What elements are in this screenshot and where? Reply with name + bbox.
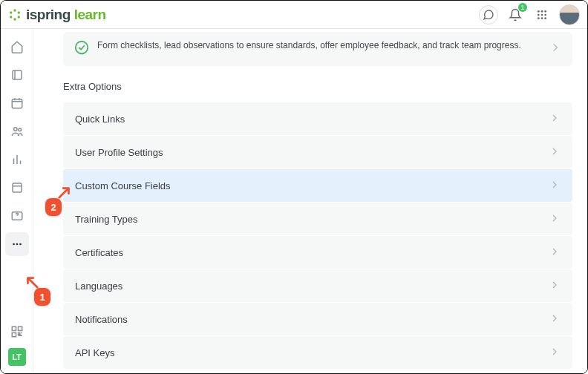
chevron-right-icon	[549, 346, 561, 360]
svg-point-23	[19, 243, 22, 246]
chevron-right-icon	[549, 312, 561, 327]
chevron-right-icon	[549, 41, 562, 57]
chevron-right-icon	[549, 179, 561, 193]
sidebar-home-icon[interactable]	[5, 35, 29, 59]
chevron-right-icon	[549, 279, 561, 293]
option-training-types[interactable]: Training Types	[63, 203, 572, 235]
option-label: Languages	[75, 280, 122, 292]
svg-point-1	[18, 11, 20, 13]
option-notifications[interactable]: Notifications	[63, 303, 572, 335]
sidebar-more-icon[interactable]	[5, 232, 29, 256]
svg-point-13	[541, 17, 543, 19]
avatar[interactable]	[559, 4, 580, 25]
section-title: Extra Options	[63, 81, 572, 92]
option-user-profile-settings[interactable]: User Profile Settings	[63, 136, 572, 168]
info-banner[interactable]: Form checklists, lead observations to en…	[63, 32, 572, 66]
chat-icon[interactable]	[479, 5, 498, 24]
option-label: Training Types	[75, 214, 138, 225]
arrow-icon	[56, 184, 73, 200]
callout-step-2: 2	[45, 198, 62, 216]
apps-grid-icon[interactable]	[532, 5, 552, 24]
option-label: Certificates	[75, 247, 123, 258]
option-label: Notifications	[75, 314, 128, 325]
svg-point-4	[10, 16, 12, 18]
option-custom-course-fields[interactable]: Custom Course Fields	[63, 169, 572, 202]
sidebar-library-icon[interactable]	[5, 176, 29, 200]
svg-point-17	[13, 128, 17, 131]
sidebar-calendar-icon[interactable]	[5, 91, 29, 115]
option-api-keys[interactable]: API Keys	[63, 336, 572, 369]
chevron-right-icon	[549, 246, 561, 260]
option-label: Quick Links	[75, 114, 125, 125]
sidebar: LT	[1, 29, 33, 373]
callout-step-1: 1	[34, 288, 50, 306]
svg-point-14	[544, 17, 546, 19]
option-label: API Keys	[75, 347, 114, 358]
main-content: Form checklists, lead observations to en…	[33, 29, 587, 373]
option-languages[interactable]: Languages	[63, 269, 572, 302]
svg-rect-26	[12, 333, 16, 337]
option-label: Custom Course Fields	[75, 180, 171, 191]
option-label: User Profile Settings	[75, 147, 163, 158]
svg-point-12	[538, 17, 540, 19]
svg-rect-25	[18, 327, 22, 330]
chevron-right-icon	[549, 112, 561, 126]
svg-point-0	[13, 9, 16, 11]
svg-point-9	[538, 13, 540, 16]
info-banner-text: Form checklists, lead observations to en…	[97, 39, 521, 52]
svg-point-8	[544, 10, 546, 13]
svg-point-21	[13, 243, 15, 246]
sidebar-users-icon[interactable]	[5, 119, 29, 143]
svg-point-10	[541, 13, 543, 16]
svg-point-5	[10, 11, 12, 13]
svg-point-6	[538, 10, 540, 13]
svg-point-22	[16, 243, 18, 246]
option-quick-links[interactable]: Quick Links	[63, 102, 572, 135]
bell-icon[interactable]: 1	[506, 5, 525, 24]
svg-rect-19	[13, 183, 22, 192]
sidebar-reports-icon[interactable]	[5, 148, 29, 171]
svg-point-7	[541, 10, 543, 13]
sidebar-help-icon[interactable]	[5, 204, 29, 228]
logo: ispring learn	[8, 7, 106, 23]
sidebar-qr-icon[interactable]	[5, 320, 29, 344]
svg-point-2	[18, 16, 20, 18]
svg-point-27	[76, 42, 88, 54]
svg-rect-24	[12, 327, 16, 330]
svg-point-3	[13, 18, 16, 20]
logo-text: ispring learn	[26, 7, 106, 23]
ispring-logo-icon	[8, 8, 22, 22]
chevron-right-icon	[549, 212, 561, 226]
header-actions: 1	[479, 4, 580, 25]
svg-point-18	[18, 128, 21, 131]
chevron-right-icon	[549, 145, 561, 160]
sidebar-user-badge[interactable]: LT	[8, 348, 26, 366]
sidebar-courses-icon[interactable]	[5, 63, 29, 87]
notification-badge: 1	[518, 3, 527, 12]
svg-rect-16	[12, 99, 22, 108]
options-list: Quick Links User Profile Settings Custom…	[63, 102, 572, 369]
check-circle-icon	[74, 39, 90, 56]
option-certificates[interactable]: Certificates	[63, 236, 572, 269]
svg-rect-15	[13, 70, 22, 79]
svg-point-11	[544, 13, 546, 16]
app-header: ispring learn 1	[1, 1, 587, 29]
